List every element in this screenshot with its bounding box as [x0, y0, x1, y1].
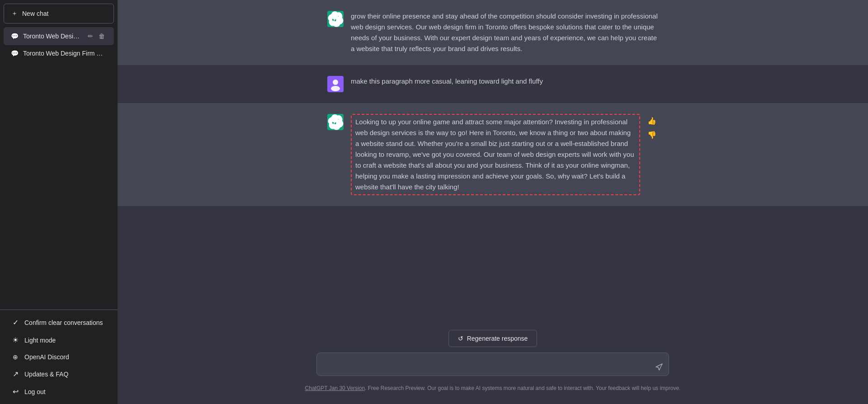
regenerate-button[interactable]: ↺ Regenerate response — [448, 330, 538, 347]
discord-icon: ⊕ — [11, 353, 20, 361]
sun-icon: ☀ — [11, 336, 20, 344]
chat-item-2[interactable]: 💬 Toronto Web Design Firm CTA — [4, 45, 114, 61]
thumbs-up-button[interactable]: 👍 — [646, 115, 658, 127]
regenerate-icon: ↺ — [458, 335, 463, 342]
chat-icon: 💬 — [11, 33, 19, 40]
bottom-area: ↺ Regenerate response ChatGPT Jan 30 Ver… — [118, 323, 868, 404]
footer-suffix: . Free Research Preview. Our goal is to … — [365, 385, 680, 391]
sidebar-item-discord[interactable]: ⊕ OpenAI Discord — [4, 349, 114, 365]
sidebar-bottom: ✓ Confirm clear conversations ☀ Light mo… — [0, 310, 118, 404]
light-mode-label: Light mode — [24, 337, 56, 344]
clear-label: Confirm clear conversations — [24, 319, 103, 326]
sidebar-item-faq[interactable]: ↗ Updates & FAQ — [4, 365, 114, 383]
sidebar-item-light-mode[interactable]: ☀ Light mode — [4, 331, 114, 349]
message-text-1: grow their online presence and stay ahea… — [351, 11, 658, 54]
thumbs-down-button[interactable]: 👎 — [646, 129, 658, 141]
message-row-2: make this paragraph more casual, leaning… — [118, 65, 868, 103]
footer: ChatGPT Jan 30 Version. Free Research Pr… — [305, 383, 681, 393]
sidebar-top: ＋ New chat 💬 Toronto Web Design SI ✏ 🗑 💬… — [0, 0, 118, 310]
check-icon: ✓ — [11, 318, 20, 327]
sidebar-item-logout[interactable]: ↩ Log out — [4, 383, 114, 400]
highlighted-message-wrapper: Looking to up your online game and attra… — [351, 114, 658, 195]
message-actions-3: 👍 👎 — [646, 115, 658, 141]
highlighted-message: Looking to up your online game and attra… — [351, 114, 640, 195]
avatar-user — [327, 76, 344, 92]
chat-list: 💬 Toronto Web Design SI ✏ 🗑 💬 Toronto We… — [4, 27, 114, 61]
logout-icon: ↩ — [11, 387, 20, 396]
regenerate-label: Regenerate response — [467, 335, 528, 342]
discord-label: OpenAI Discord — [24, 353, 69, 361]
message-row-3: Looking to up your online game and attra… — [118, 103, 868, 206]
delete-chat-button[interactable]: 🗑 — [97, 32, 107, 41]
send-button[interactable] — [655, 362, 664, 371]
chat-title-1: Toronto Web Design SI — [23, 33, 81, 40]
input-area — [316, 352, 669, 378]
message-text-3: Looking to up your online game and attra… — [355, 117, 636, 193]
new-chat-button[interactable]: ＋ New chat — [4, 4, 114, 23]
edit-chat-button[interactable]: ✏ — [86, 32, 95, 41]
message-inner-3: Looking to up your online game and attra… — [316, 114, 669, 195]
avatar-ai-3 — [327, 114, 344, 130]
message-inner-2: make this paragraph more casual, leaning… — [316, 76, 669, 92]
svg-point-1 — [333, 80, 338, 85]
message-row-1: grow their online presence and stay ahea… — [118, 0, 868, 65]
external-link-icon: ↗ — [11, 370, 20, 378]
faq-label: Updates & FAQ — [24, 371, 68, 378]
message-inner-1: grow their online presence and stay ahea… — [316, 11, 669, 54]
plus-icon: ＋ — [11, 9, 18, 18]
chat-input[interactable] — [316, 352, 669, 376]
chat-title-2: Toronto Web Design Firm CTA — [23, 50, 107, 57]
sidebar-item-clear[interactable]: ✓ Confirm clear conversations — [4, 314, 114, 331]
main-content: grow their online presence and stay ahea… — [118, 0, 868, 404]
svg-point-2 — [331, 86, 340, 91]
new-chat-label: New chat — [22, 10, 48, 17]
chat-item-1[interactable]: 💬 Toronto Web Design SI ✏ 🗑 — [4, 27, 114, 45]
logout-label: Log out — [24, 388, 46, 395]
avatar-ai-1 — [327, 11, 344, 27]
chat-messages: grow their online presence and stay ahea… — [118, 0, 868, 323]
chat-icon-2: 💬 — [11, 50, 19, 57]
sidebar: ＋ New chat 💬 Toronto Web Design SI ✏ 🗑 💬… — [0, 0, 118, 404]
chatgpt-version-link[interactable]: ChatGPT Jan 30 Version — [305, 385, 365, 391]
message-text-2: make this paragraph more casual, leaning… — [351, 76, 658, 87]
chat-actions-1: ✏ 🗑 — [86, 32, 107, 41]
